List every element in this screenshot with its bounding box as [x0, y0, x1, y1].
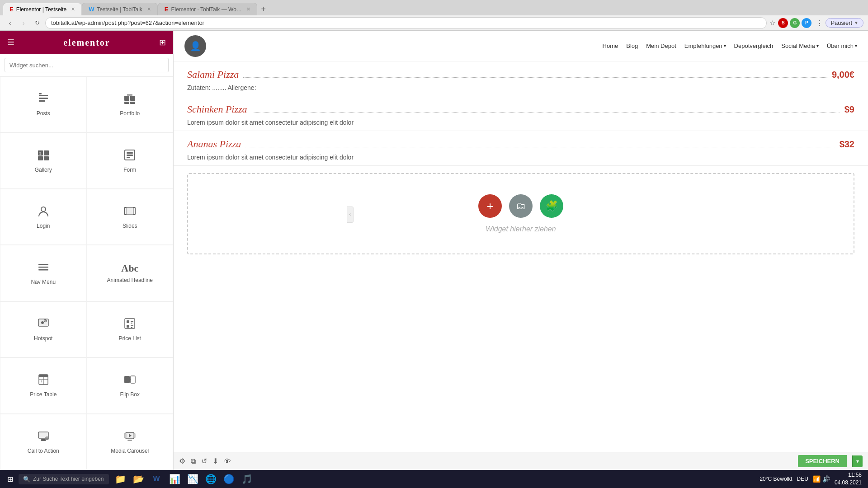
svg-rect-17 [127, 155, 133, 156]
browser-tab-3[interactable]: E Elementor · TobiTalk — WordPre... ✕ [158, 3, 257, 15]
more-menu-icon[interactable]: ⋮ [816, 19, 823, 27]
browser-tab-2[interactable]: W Testseite | TobiTalk ✕ [82, 3, 158, 15]
widget-media-carousel[interactable]: Media Carousel [87, 414, 174, 470]
save-arrow-button[interactable]: ▾ [852, 455, 863, 467]
portfolio-icon [123, 92, 136, 108]
preview-icon[interactable]: 👁 [224, 457, 231, 465]
sidebar: ☰ elementor ⊞ Posts Portfolio [0, 31, 174, 470]
svg-rect-5 [130, 96, 135, 101]
new-tab-button[interactable]: + [257, 3, 270, 15]
widget-price-list[interactable]: Price List [87, 301, 174, 357]
widget-flip-box[interactable]: Flip Box [87, 357, 174, 413]
animated-headline-icon: Abc [121, 263, 138, 274]
back-button[interactable]: ‹ [5, 18, 15, 28]
form-label: Form [123, 167, 136, 173]
tab3-title: Elementor · TobiTalk — WordPre... [171, 6, 242, 13]
import-icon[interactable]: ⬇ [212, 457, 218, 465]
animated-headline-label: Animated Headline [107, 277, 153, 283]
nav-mein-depot[interactable]: Mein Depot [646, 42, 676, 49]
site-nav: Home Blog Mein Depot Empfehlungen▾ Depot… [603, 42, 857, 49]
address-bar[interactable]: tobitalk.at/wp-admin/post.php?post=627&a… [45, 17, 767, 29]
svg-point-49 [47, 439, 47, 439]
widget-posts[interactable]: Posts [0, 76, 87, 132]
price-list-icon [123, 317, 136, 333]
menu-section-1: Salami Pizza 9,00€ Zutaten: ........ All… [174, 61, 868, 96]
taskbar-app-word[interactable]: W [148, 471, 165, 487]
svg-rect-36 [131, 327, 132, 328]
nav-blog[interactable]: Blog [626, 42, 638, 49]
taskbar-app-music[interactable]: 🎵 [238, 471, 255, 487]
nav-social-media[interactable]: Social Media▾ [781, 42, 818, 49]
taskbar-app-files[interactable]: 📂 [130, 471, 147, 487]
svg-rect-2 [39, 100, 45, 102]
reload-button[interactable]: ↻ [32, 18, 42, 28]
layers-icon[interactable]: ⧉ [191, 457, 196, 465]
svg-rect-10 [44, 150, 49, 155]
widget-form[interactable]: Form [87, 132, 174, 188]
search-bar[interactable]: 🔍 Zur Suche Text hier eingeben [19, 474, 109, 484]
price-list-label: Price List [119, 335, 141, 342]
nav-uber-mich[interactable]: Über mich▾ [827, 42, 857, 49]
taskbar-app-explorer[interactable]: 📁 [112, 471, 129, 487]
collapse-handle[interactable]: ‹ [347, 206, 354, 223]
nav-empfehlungen[interactable]: Empfehlungen▾ [684, 42, 726, 49]
tab2-favicon: W [89, 6, 94, 13]
widget-price-table[interactable]: $ Price Table [0, 357, 87, 413]
chrome-extension-1[interactable]: S [778, 18, 788, 28]
svg-rect-30 [125, 319, 135, 328]
tab3-close[interactable]: ✕ [246, 6, 250, 12]
user-arrow: ▼ [854, 20, 859, 25]
taskbar-app-browser2[interactable]: 🔵 [220, 471, 237, 487]
browser-tab-1[interactable]: E Elementor | Testseite ✕ [3, 3, 82, 15]
settings-icon[interactable]: ⚙ [179, 457, 185, 465]
menu-item-price-3: $32 [840, 139, 854, 150]
menu-item-price-2: $9 [844, 104, 854, 115]
menu-item-name-1: Salami Pizza [187, 69, 239, 80]
bookmark-icon[interactable]: ☆ [769, 19, 775, 27]
nav-depotvergleich[interactable]: Depotvergleich [734, 42, 774, 49]
svg-rect-12 [44, 156, 49, 160]
user-profile[interactable]: Pausiert ▼ [826, 18, 863, 28]
grid-icon[interactable]: ⊞ [159, 38, 166, 47]
puzzle-button[interactable]: 🧩 [540, 194, 563, 218]
widget-nav-menu[interactable]: Nav Menu [0, 245, 87, 301]
svg-rect-38 [39, 375, 48, 377]
search-icon: 🔍 [23, 476, 30, 483]
menu-item-price-1: 9,00€ [832, 70, 854, 80]
taskbar-app-browser1[interactable]: 🌐 [202, 471, 219, 487]
tab2-close[interactable]: ✕ [147, 6, 151, 12]
taskbar-app-excel[interactable]: 📊 [166, 471, 183, 487]
drop-zone: + 🗂 🧩 Widget hierher ziehen [187, 173, 854, 254]
flip-box-icon [123, 373, 136, 389]
add-section-button[interactable]: + [478, 194, 502, 218]
folder-button[interactable]: 🗂 [509, 194, 533, 218]
tab1-close[interactable]: ✕ [71, 6, 75, 12]
widget-hotspot[interactable]: Hotspot [0, 301, 87, 357]
chrome-extension-3[interactable]: P [802, 18, 811, 28]
taskbar-system-info: 20°C Bewölkt DEU 📶 🔊 11:58 04.08.2021 [760, 471, 865, 487]
save-button[interactable]: SPEICHERN [798, 455, 847, 467]
login-icon [37, 205, 50, 220]
widget-search-input[interactable] [5, 58, 169, 72]
sound-icon: 🔊 [822, 475, 830, 483]
widget-animated-headline[interactable]: Abc Animated Headline [87, 245, 174, 301]
widget-login[interactable]: Login [0, 189, 87, 245]
forward-button[interactable]: › [18, 18, 29, 28]
widget-gallery[interactable]: Gallery [0, 132, 87, 188]
widget-portfolio[interactable]: Portfolio [87, 76, 174, 132]
nav-home[interactable]: Home [603, 42, 618, 49]
date-display: 04.08.2021 [835, 479, 862, 487]
widget-slides[interactable]: Slides [87, 189, 174, 245]
weather-info: 20°C Bewölkt [760, 476, 792, 482]
svg-point-26 [41, 321, 44, 324]
hamburger-icon[interactable]: ☰ [7, 38, 14, 47]
menu-item-desc-1: Zutaten: ........ Allergene: [187, 84, 854, 91]
start-button[interactable]: ⊞ [3, 473, 18, 485]
widget-call-to-action[interactable]: Call to Action [0, 414, 87, 470]
media-carousel-label: Media Carousel [111, 448, 149, 454]
flip-box-label: Flip Box [120, 391, 140, 398]
history-icon[interactable]: ↺ [201, 457, 207, 465]
chrome-extension-2[interactable]: G [790, 18, 800, 28]
website-header: ✛ ⊞ ⧉ ✕ 👤 Home Blog Mein Depot Empfehlun… [174, 31, 868, 61]
taskbar-app-powerpoint[interactable]: 📉 [184, 471, 201, 487]
